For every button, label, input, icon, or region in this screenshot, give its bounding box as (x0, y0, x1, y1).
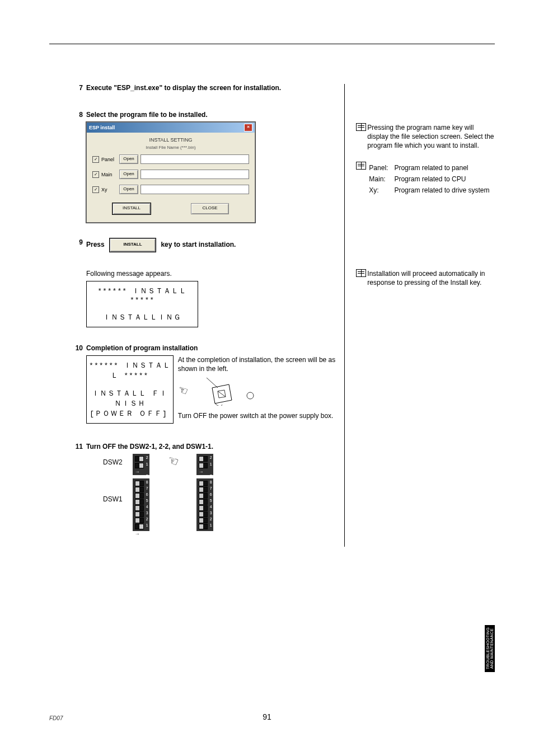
following-message-label: Following message appears. (86, 270, 339, 278)
hand-point-icon: ☞ (165, 452, 181, 469)
step-number: 11 (67, 443, 86, 531)
note-2: Panel:Program related to panel Main:Prog… (356, 162, 495, 197)
hand-point-icon: ☞ (176, 381, 190, 399)
note-1: Pressing the program name key will displ… (356, 123, 495, 151)
checkbox-main[interactable]: ✓ (92, 171, 99, 178)
section-tab: TROUBLESHOOTING AND MAINTENANCE (485, 625, 495, 672)
after-label: key to start installation. (161, 241, 236, 248)
install-message-box: ****** ＩＮＳＴＡＬＬ ***** ＩＮＳＴＡＬＬＩＮＧ (86, 281, 198, 327)
step-title: Select the program file to be installed. (86, 111, 339, 119)
step-title: Execute "ESP_inst.exe" to display the sc… (86, 84, 339, 92)
step-number: 9 (67, 238, 86, 327)
step-number: 8 (67, 111, 86, 223)
dsw2-dip-after: 2 1 →ON (196, 454, 213, 475)
row-label: Main (101, 172, 117, 177)
sidebar-notes: Pressing the program name key will displ… (344, 84, 495, 547)
program-definition-table: Panel:Program related to panel Main:Prog… (367, 162, 491, 197)
dialog-header: INSTALL SETTING (92, 137, 249, 143)
table-row: Main:Program related to CPU (368, 174, 490, 184)
dialog-row-main: ✓ Main Open (92, 170, 249, 179)
msg-line1: ****** ＩＮＳＴＡＬＬ ***** (89, 360, 171, 381)
dialog-title: ESP install (89, 125, 115, 130)
press-label: Press (86, 241, 105, 248)
open-button[interactable]: Open (119, 185, 138, 194)
def-val: Program related to panel (394, 163, 490, 173)
step-11: 11 Turn OFF the DSW2-1, 2-2, and DSW1-1.… (67, 443, 339, 531)
msg-line1: ****** ＩＮＳＴＡＬＬ ***** (89, 286, 195, 304)
def-val: Program related to drive system (394, 185, 490, 195)
dsw2-label: DSW2 (103, 458, 123, 466)
dip-switch-diagram: DSW2 DSW1 2 1 →ON (103, 454, 339, 531)
def-key: Panel: (368, 163, 392, 173)
book-icon (356, 269, 366, 277)
def-val: Program related to CPU (394, 174, 490, 184)
dip-before: 2 1 →ON 87 (133, 454, 149, 531)
dialog-row-panel: ✓ Panel Open (92, 154, 249, 164)
open-button[interactable]: Open (119, 170, 138, 179)
row-label: Xy (101, 187, 117, 192)
svg-line-3 (218, 391, 226, 397)
table-row: Panel:Program related to panel (368, 163, 490, 173)
install-button-inline[interactable]: INSTALL (110, 238, 156, 252)
dip-after: 2 1 →ON 87 (196, 454, 213, 531)
step-title: Turn OFF the DSW2-1, 2-2, and DSW1-1. (86, 443, 339, 450)
checkbox-xy[interactable]: ✓ (92, 186, 99, 193)
svg-line-0 (207, 378, 218, 388)
book-icon (356, 162, 366, 170)
dialog-row-xy: ✓ Xy Open (92, 185, 249, 194)
power-box-icon (190, 378, 257, 406)
dsw1-label: DSW1 (103, 495, 123, 503)
power-switch-diagram: ☞ (178, 378, 339, 406)
checkbox-panel[interactable]: ✓ (92, 156, 99, 163)
top-rule (49, 44, 495, 44)
table-row: Xy:Program related to drive system (368, 185, 490, 195)
note-text: Pressing the program name key will displ… (367, 123, 495, 151)
close-icon[interactable]: × (244, 124, 252, 132)
step-number: 10 (67, 344, 86, 424)
dialog-titlebar: ESP install × (87, 123, 255, 133)
step-title: Completion of program installation (86, 344, 339, 352)
close-button[interactable]: CLOSE (191, 203, 229, 214)
step-10: 10 Completion of program installation **… (67, 344, 339, 424)
row-label: Panel (101, 157, 117, 162)
step-9: 9 Press INSTALL key to start installatio… (67, 238, 339, 327)
note-text: Installation will proceed automatically … (367, 269, 495, 287)
completion-text: At the completion of installation, the s… (178, 355, 339, 373)
step-7: 7 Execute "ESP_inst.exe" to display the … (67, 84, 339, 95)
page-number: 91 (0, 712, 534, 721)
dsw1-dip-after: 87 65 43 21 (196, 478, 213, 531)
esp-install-dialog: ESP install × INSTALL SETTING Install Fi… (86, 122, 255, 223)
book-icon (356, 123, 366, 131)
step-8: 8 Select the program file to be installe… (67, 111, 339, 223)
def-key: Main: (368, 174, 392, 184)
def-key: Xy: (368, 185, 392, 195)
file-field-panel[interactable] (140, 154, 249, 164)
msg-line2: ＩＮＳＴＡＬＬ ＦＩＮＩＳＨ (89, 388, 171, 408)
msg-line2: ＩＮＳＴＡＬＬＩＮＧ (89, 312, 195, 322)
svg-point-4 (247, 392, 254, 399)
msg-line3: [ＰＯＷＥＲ ＯＦＦ] (89, 408, 171, 419)
dsw1-dip: 87 65 43 21 → (133, 478, 149, 531)
note-3: Installation will proceed automatically … (356, 269, 495, 287)
open-button[interactable]: Open (119, 154, 138, 164)
main-column: 7 Execute "ESP_inst.exe" to display the … (67, 84, 344, 547)
page-content: 7 Execute "ESP_inst.exe" to display the … (67, 84, 495, 547)
turn-off-text: Turn OFF the power switch at the power s… (178, 411, 339, 420)
step-title: Press INSTALL key to start installation. (86, 238, 339, 252)
install-button[interactable]: INSTALL (113, 203, 151, 214)
install-finish-box: ****** ＩＮＳＴＡＬＬ ***** ＩＮＳＴＡＬＬ ＦＩＮＩＳＨ [ＰＯＷ… (86, 355, 174, 424)
dsw2-dip: 2 1 →ON (133, 454, 149, 475)
file-field-main[interactable] (140, 170, 249, 179)
step-number: 7 (67, 84, 86, 95)
file-field-xy[interactable] (140, 185, 249, 194)
dialog-subheader: Install File Name (***.bin) (92, 145, 249, 150)
